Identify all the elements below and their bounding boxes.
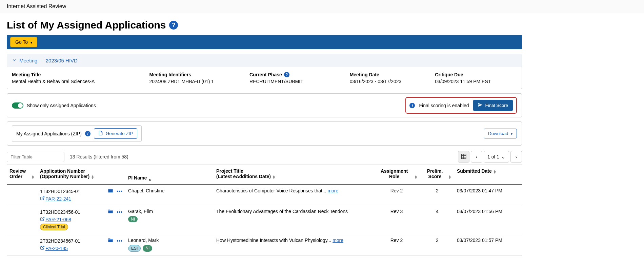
critique-due-value: 03/09/2023 11:59 PM EST [435, 79, 517, 84]
next-page-button[interactable]: › [510, 151, 522, 163]
file-icon [98, 131, 103, 136]
cell-application-number: 1T32HD023456-01 ••• PAR-21-068 Clinical … [37, 205, 125, 234]
pi-name: Leonard, Mark [128, 238, 211, 243]
filter-toggle-row: Show only Assigned Applications i Final … [7, 93, 522, 117]
opportunity-link[interactable]: PA-20-185 [40, 245, 68, 251]
cell-assignment-role: Rev 3 [373, 205, 420, 234]
page-title: List of My Assigned Applications [7, 19, 166, 31]
cell-prelim-score: 2 [420, 234, 454, 255]
table-row: 2T32HD234567-01 ••• PA-20-185 Leonard, M… [7, 234, 522, 255]
clinical-trial-badge: Clinical Trial [40, 224, 68, 230]
col-prelim-score[interactable]: Prelim. Score [420, 165, 454, 185]
cell-review-order [7, 184, 37, 205]
cell-application-number: 2T32HD234567-01 ••• PA-20-185 [37, 234, 125, 255]
opportunity-link[interactable]: PAR-22-241 [40, 196, 71, 202]
external-link-icon [40, 196, 45, 202]
current-phase-value: RECRUITMENT/SUBMIT [249, 79, 346, 84]
grid-icon [461, 153, 467, 160]
action-bar: Go To [7, 35, 522, 49]
project-title-text: How Hystomedinine Interacts with Vulcan … [216, 238, 331, 243]
info-icon[interactable]: i [85, 131, 90, 136]
cell-prelim-score: 2 [420, 184, 454, 205]
application-number: 1T32HD023456-01 [40, 209, 80, 215]
pi-name: Garak, Elim [128, 209, 211, 214]
final-score-highlight: i Final scoring is enabled Final Score [405, 97, 517, 114]
goto-label: Go To [15, 39, 28, 45]
meeting-panel-header[interactable]: Meeting: 2023/05 HIVD [7, 54, 522, 67]
prev-page-button[interactable]: ‹ [471, 151, 482, 163]
meeting-identifiers-label: Meeting Identifiers [149, 72, 246, 77]
zip-box: My Assigned Applications (ZIP) i Generat… [12, 125, 142, 142]
topbar: Internet Assisted Review [0, 0, 644, 13]
cell-assignment-role: Rev 2 [373, 234, 420, 255]
col-application-number[interactable]: Application Number (Opportunity Number) [37, 165, 125, 185]
more-link[interactable]: more [327, 188, 338, 193]
grid-view-button[interactable] [458, 151, 469, 163]
col-review-order[interactable]: Review Order [7, 165, 37, 185]
meeting-details-grid: Meeting Title Mental Health & Behavioral… [12, 72, 517, 84]
cell-project-title: How Hystomedinine Interacts with Vulcan … [214, 234, 373, 255]
more-actions-icon[interactable]: ••• [117, 189, 123, 194]
col-submitted-date[interactable]: Submitted Date [454, 165, 522, 185]
paper-plane-icon [478, 102, 483, 108]
cell-application-number: 1T32HD012345-01 ••• PAR-22-241 [37, 184, 125, 205]
cell-pi-name: Chapel, Christine [125, 184, 214, 205]
meeting-header-value: 2023/05 HIVD [46, 58, 78, 63]
application-number: 1T32HD012345-01 [40, 189, 80, 194]
svg-line-5 [42, 217, 44, 219]
cell-prelim-score: 4 [420, 205, 454, 234]
cell-submitted-date: 03/07/2023 01:57 PM [454, 234, 522, 255]
sort-asc-icon [148, 178, 152, 181]
chevron-left-icon: ‹ [476, 154, 477, 159]
cell-pi-name: Garak, ElimNI [125, 205, 214, 234]
chevron-right-icon: › [516, 154, 517, 159]
cell-assignment-role: Rev 2 [373, 184, 420, 205]
col-assignment-role[interactable]: Assignment Role [373, 165, 420, 185]
pi-badge-ni: NI [143, 245, 152, 252]
cell-project-title: Characteristics of Computer Voice Respon… [214, 184, 373, 205]
table-controls: 13 Results (filtered from 58) ‹ 1 of 1 ⌄… [7, 151, 522, 163]
folder-open-icon[interactable] [108, 188, 113, 194]
more-link[interactable]: more [333, 238, 343, 243]
project-title-text: The Evolutionary Advantages of the Carda… [216, 209, 348, 214]
meeting-title-value: Mental Health & Behavioral Sciences-A [12, 79, 146, 84]
external-link-icon [40, 216, 45, 222]
folder-open-icon[interactable] [108, 238, 113, 244]
folder-open-icon[interactable] [108, 209, 113, 215]
goto-button[interactable]: Go To [10, 37, 37, 47]
cell-review-order [7, 205, 37, 234]
cell-review-order [7, 234, 37, 255]
chevron-down-icon: ⌄ [501, 154, 505, 159]
applications-table: Review Order Application Number (Opportu… [7, 165, 522, 255]
page-range-dropdown[interactable]: 1 of 1 ⌄ [484, 151, 509, 163]
critique-due-label: Critique Due [435, 72, 517, 77]
results-count: 13 Results (filtered from 58) [70, 154, 128, 159]
svg-line-4 [42, 196, 44, 198]
cell-submitted-date: 03/07/2023 01:47 PM [454, 184, 522, 205]
page-title-row: List of My Assigned Applications ? [7, 19, 522, 31]
zip-label: My Assigned Applications (ZIP) [16, 131, 82, 136]
filter-table-input[interactable] [7, 152, 64, 162]
help-icon[interactable]: ? [284, 72, 289, 77]
meeting-panel: Meeting: 2023/05 HIVD Meeting Title Ment… [7, 54, 522, 89]
external-link-icon [40, 245, 45, 251]
info-icon: i [409, 103, 415, 108]
more-actions-icon[interactable]: ••• [117, 238, 123, 244]
project-title-text: Characteristics of Computer Voice Respon… [216, 188, 326, 193]
generate-zip-button[interactable]: Generate ZIP [94, 128, 137, 139]
pi-badge-ni: NI [128, 216, 138, 222]
download-button[interactable]: Download [484, 129, 517, 138]
assigned-only-toggle[interactable] [12, 102, 23, 109]
final-scoring-message: Final scoring is enabled [419, 103, 469, 108]
help-icon[interactable]: ? [169, 21, 178, 30]
opportunity-link[interactable]: PAR-21-068 [40, 216, 71, 222]
pi-badge-esi: ESI [128, 245, 141, 252]
cell-pi-name: Leonard, MarkESI NI [125, 234, 214, 255]
col-pi-name[interactable]: PI Name [125, 165, 214, 185]
col-project-title[interactable]: Project Title (Latest eAdditions Date) [214, 165, 373, 185]
more-actions-icon[interactable]: ••• [117, 209, 123, 215]
cell-submitted-date: 03/07/2023 01:56 PM [454, 205, 522, 234]
zip-panel: My Assigned Applications (ZIP) i Generat… [7, 121, 522, 146]
final-score-button[interactable]: Final Score [473, 100, 513, 111]
assigned-only-label: Show only Assigned Applications [27, 103, 96, 108]
